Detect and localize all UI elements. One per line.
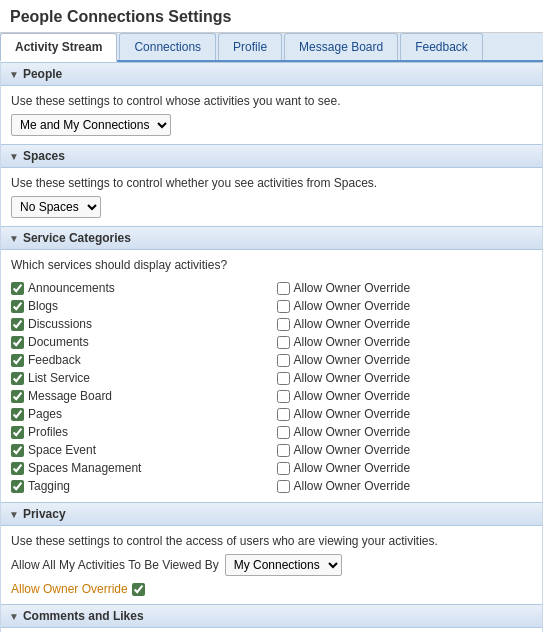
allow-override-feedback: Allow Owner Override xyxy=(277,352,533,368)
people-arrow-icon: ▼ xyxy=(9,69,19,80)
privacy-dropdown[interactable]: My Connections Everyone Just Me xyxy=(225,554,342,576)
allow-override-tagging: Allow Owner Override xyxy=(277,478,533,494)
blogs-override-checkbox[interactable] xyxy=(277,300,290,313)
privacy-description: Use these settings to control the access… xyxy=(11,534,532,548)
space-event-checkbox[interactable] xyxy=(11,444,24,457)
comments-likes-title: Comments and Likes xyxy=(23,609,144,623)
feedback-override-checkbox[interactable] xyxy=(277,354,290,367)
service-row-spaces-management: Spaces Management xyxy=(11,460,267,476)
allow-override-profiles: Allow Owner Override xyxy=(277,424,533,440)
service-row-blogs: Blogs xyxy=(11,298,267,314)
spaces-title: Spaces xyxy=(23,149,65,163)
allow-owner-override-link[interactable]: Allow Owner Override xyxy=(11,582,128,596)
documents-label: Documents xyxy=(28,335,89,349)
tab-profile[interactable]: Profile xyxy=(218,33,282,60)
announcements-checkbox[interactable] xyxy=(11,282,24,295)
tab-message-board[interactable]: Message Board xyxy=(284,33,398,60)
service-row-message-board: Message Board xyxy=(11,388,267,404)
spaces-dropdown[interactable]: No Spaces All Spaces My Spaces xyxy=(11,196,101,218)
documents-override-checkbox[interactable] xyxy=(277,336,290,349)
list-service-override-checkbox[interactable] xyxy=(277,372,290,385)
allow-override-spaces-management: Allow Owner Override xyxy=(277,460,533,476)
message-board-label: Message Board xyxy=(28,389,112,403)
list-service-label: List Service xyxy=(28,371,90,385)
spaces-management-checkbox[interactable] xyxy=(11,462,24,475)
service-row-space-event: Space Event xyxy=(11,442,267,458)
people-description: Use these settings to control whose acti… xyxy=(11,94,532,108)
page-title: People Connections Settings xyxy=(0,0,543,33)
spaces-description: Use these settings to control whether yo… xyxy=(11,176,532,190)
service-row-documents: Documents xyxy=(11,334,267,350)
privacy-arrow-icon: ▼ xyxy=(9,509,19,520)
profiles-override-checkbox[interactable] xyxy=(277,426,290,439)
blogs-checkbox[interactable] xyxy=(11,300,24,313)
allow-override-announcements: Allow Owner Override xyxy=(277,280,533,296)
service-grid: Announcements Allow Owner Override Blogs… xyxy=(11,280,532,494)
documents-override-label: Allow Owner Override xyxy=(294,335,411,349)
allow-override-space-event: Allow Owner Override xyxy=(277,442,533,458)
comments-likes-arrow-icon: ▼ xyxy=(9,611,19,622)
allow-override-blogs: Allow Owner Override xyxy=(277,298,533,314)
message-board-checkbox[interactable] xyxy=(11,390,24,403)
tab-feedback[interactable]: Feedback xyxy=(400,33,483,60)
privacy-section-header[interactable]: ▼ Privacy xyxy=(1,502,542,526)
content-area: ▼ People Use these settings to control w… xyxy=(0,62,543,632)
service-categories-header[interactable]: ▼ Service Categories xyxy=(1,226,542,250)
tab-connections[interactable]: Connections xyxy=(119,33,216,60)
service-categories-section: ▼ Service Categories Which services shou… xyxy=(1,226,542,502)
service-row-tagging: Tagging xyxy=(11,478,267,494)
message-board-override-checkbox[interactable] xyxy=(277,390,290,403)
pages-override-checkbox[interactable] xyxy=(277,408,290,421)
tagging-checkbox[interactable] xyxy=(11,480,24,493)
privacy-title: Privacy xyxy=(23,507,66,521)
tagging-override-checkbox[interactable] xyxy=(277,480,290,493)
privacy-section: ▼ Privacy Use these settings to control … xyxy=(1,502,542,604)
spaces-section: ▼ Spaces Use these settings to control w… xyxy=(1,144,542,226)
service-categories-title: Service Categories xyxy=(23,231,131,245)
pages-checkbox[interactable] xyxy=(11,408,24,421)
comments-likes-section: ▼ Comments and Likes Enable comments on … xyxy=(1,604,542,632)
tab-activity-stream[interactable]: Activity Stream xyxy=(0,33,117,62)
spaces-management-override-checkbox[interactable] xyxy=(277,462,290,475)
spaces-management-override-label: Allow Owner Override xyxy=(294,461,411,475)
announcements-override-checkbox[interactable] xyxy=(277,282,290,295)
allow-override-message-board: Allow Owner Override xyxy=(277,388,533,404)
list-service-override-label: Allow Owner Override xyxy=(294,371,411,385)
announcements-override-label: Allow Owner Override xyxy=(294,281,411,295)
list-service-checkbox[interactable] xyxy=(11,372,24,385)
privacy-allow-row: Allow All My Activities To Be Viewed By … xyxy=(11,554,532,576)
space-event-override-label: Allow Owner Override xyxy=(294,443,411,457)
spaces-management-label: Spaces Management xyxy=(28,461,141,475)
allow-override-list-service: Allow Owner Override xyxy=(277,370,533,386)
pages-override-label: Allow Owner Override xyxy=(294,407,411,421)
discussions-checkbox[interactable] xyxy=(11,318,24,331)
service-row-announcements: Announcements xyxy=(11,280,267,296)
which-services-label: Which services should display activities… xyxy=(11,258,532,272)
service-row-discussions: Discussions xyxy=(11,316,267,332)
feedback-override-label: Allow Owner Override xyxy=(294,353,411,367)
people-dropdown[interactable]: Me and My Connections Everyone Just Me xyxy=(11,114,171,136)
profiles-checkbox[interactable] xyxy=(11,426,24,439)
service-row-pages: Pages xyxy=(11,406,267,422)
people-title: People xyxy=(23,67,62,81)
space-event-override-checkbox[interactable] xyxy=(277,444,290,457)
discussions-override-checkbox[interactable] xyxy=(277,318,290,331)
pages-label: Pages xyxy=(28,407,62,421)
spaces-section-header[interactable]: ▼ Spaces xyxy=(1,144,542,168)
space-event-label: Space Event xyxy=(28,443,96,457)
privacy-override-checkbox[interactable] xyxy=(132,583,145,596)
feedback-checkbox[interactable] xyxy=(11,354,24,367)
people-section-header[interactable]: ▼ People xyxy=(1,62,542,86)
blogs-label: Blogs xyxy=(28,299,58,313)
discussions-label: Discussions xyxy=(28,317,92,331)
documents-checkbox[interactable] xyxy=(11,336,24,349)
tagging-label: Tagging xyxy=(28,479,70,493)
spaces-arrow-icon: ▼ xyxy=(9,151,19,162)
allow-override-pages: Allow Owner Override xyxy=(277,406,533,422)
announcements-label: Announcements xyxy=(28,281,115,295)
people-section: ▼ People Use these settings to control w… xyxy=(1,62,542,144)
service-row-profiles: Profiles xyxy=(11,424,267,440)
comments-likes-header[interactable]: ▼ Comments and Likes xyxy=(1,604,542,628)
privacy-override-row: Allow Owner Override xyxy=(11,582,532,596)
service-row-feedback: Feedback xyxy=(11,352,267,368)
